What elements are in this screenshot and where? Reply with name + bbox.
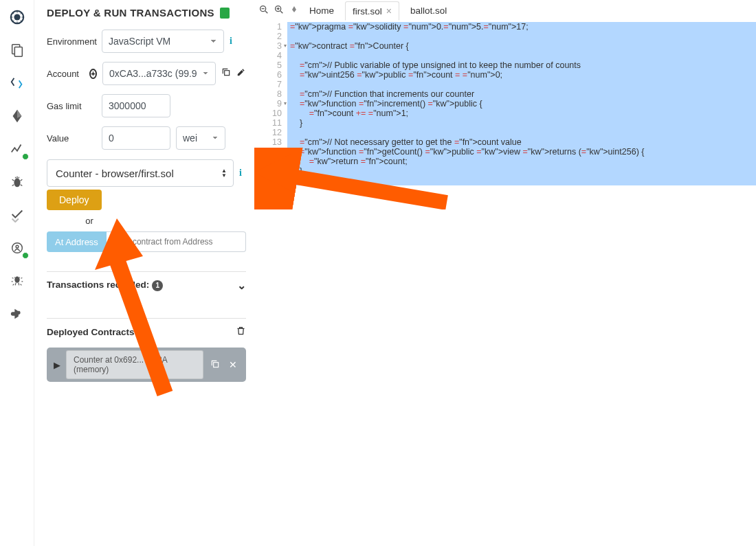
add-account-icon[interactable]: + <box>89 69 97 79</box>
tx-count-badge: 1 <box>152 280 163 291</box>
analysis-icon[interactable] <box>8 140 26 158</box>
expand-contract-icon[interactable]: ▶ <box>54 360 60 370</box>
chevron-down-icon[interactable]: ⌄ <box>237 279 246 292</box>
deployed-contract-name: Counter at 0x692...77b3A (memory) <box>66 350 203 379</box>
or-text: or <box>47 216 132 226</box>
edit-account-icon[interactable] <box>236 67 246 80</box>
deploy-run-panel: DEPLOY & RUN TRANSACTIONS Environment Ja… <box>34 0 253 546</box>
copy-account-icon[interactable] <box>221 67 231 80</box>
svg-rect-9 <box>214 362 219 367</box>
logo-icon[interactable] <box>8 8 26 26</box>
transactions-recorded-header[interactable]: Transactions recorded:1 ⌄ <box>47 271 246 299</box>
gist-icon[interactable] <box>8 239 26 257</box>
deployed-contract-item: ▶ Counter at 0x692...77b3A (memory) ✕ <box>47 348 246 382</box>
code-editor[interactable]: 12345678910111213141516 ="kw">pragma ="k… <box>253 21 756 546</box>
deployed-contracts-header: Deployed Contracts <box>47 318 246 345</box>
ethereum-icon[interactable] <box>290 5 298 16</box>
tab-first[interactable]: first.sol× <box>345 1 399 21</box>
at-address-button[interactable]: At Address <box>47 231 107 252</box>
editor-area: Home first.sol× ballot.sol 1234567891011… <box>253 0 756 546</box>
debugger-icon[interactable] <box>8 173 26 191</box>
tab-home[interactable]: Home <box>302 2 341 19</box>
contract-info-icon[interactable]: i <box>239 168 242 179</box>
svg-rect-3 <box>14 47 22 56</box>
tabbar: Home first.sol× ballot.sol <box>253 0 756 21</box>
environment-select[interactable]: JavaScript VM <box>102 30 224 53</box>
zoom-in-icon[interactable] <box>274 4 285 17</box>
at-address-input[interactable] <box>107 231 246 252</box>
svg-point-1 <box>14 14 20 20</box>
test-icon[interactable] <box>8 206 26 224</box>
gas-limit-input[interactable] <box>102 94 170 117</box>
environment-label: Environment <box>47 36 96 47</box>
close-contract-icon[interactable]: ✕ <box>227 359 239 370</box>
deploy-button[interactable]: Deploy <box>47 190 102 210</box>
panel-title: DEPLOY & RUN TRANSACTIONS <box>47 7 246 19</box>
svg-point-4 <box>14 179 20 187</box>
panel-title-text: DEPLOY & RUN TRANSACTIONS <box>47 7 214 19</box>
file-explorer-icon[interactable] <box>8 41 26 59</box>
environment-info-icon[interactable]: i <box>230 36 232 47</box>
plugin-icon[interactable] <box>8 305 26 323</box>
tab-ballot[interactable]: ballot.sol <box>403 2 454 19</box>
value-label: Value <box>47 133 96 144</box>
line-gutter: 12345678910111213141516 <box>253 21 287 546</box>
svg-point-7 <box>14 277 19 283</box>
iconbar <box>0 0 34 546</box>
trash-icon[interactable] <box>236 326 246 338</box>
svg-point-6 <box>16 245 19 248</box>
account-label: Account <box>47 69 84 79</box>
copy-contract-icon[interactable] <box>209 359 221 371</box>
deploy-icon[interactable] <box>8 107 26 125</box>
bug-icon[interactable] <box>8 272 26 290</box>
svg-rect-8 <box>225 71 230 76</box>
compiler-icon[interactable] <box>8 74 26 92</box>
panel-status-badge <box>220 8 230 19</box>
zoom-out-icon[interactable] <box>258 4 269 17</box>
gas-limit-label: Gas limit <box>47 101 96 111</box>
contract-select[interactable]: Counter - browser/first.sol <box>47 159 234 187</box>
value-input[interactable] <box>102 126 170 150</box>
code-content[interactable]: ="kw">pragma ="kw">solidity ="num">0.="n… <box>287 21 756 546</box>
close-tab-icon[interactable]: × <box>386 5 392 16</box>
account-select[interactable]: 0xCA3...a733c (99.9 <box>102 62 216 85</box>
value-unit-select[interactable]: wei <box>176 126 225 150</box>
